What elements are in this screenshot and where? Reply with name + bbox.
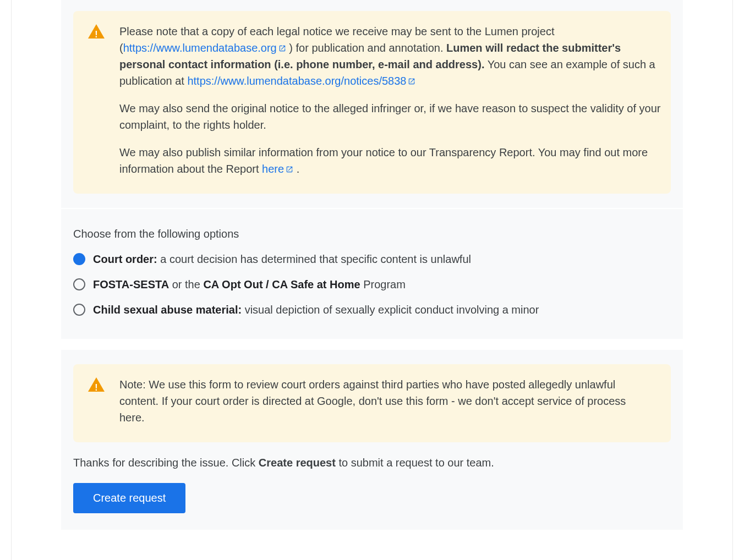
radio-icon [73,304,85,316]
warning-icon [88,377,105,392]
lumen-p3-prefix: We may also publish similar information … [119,146,648,175]
lumen-notice-content: Please note that a copy of each legal no… [119,23,671,177]
section-spacer [61,339,683,350]
court-order-notice-text: Note: We use this form to review court o… [119,376,654,426]
external-link-icon [278,40,286,48]
radio-mid: or the [169,278,203,290]
lumen-p3-suffix: . [293,163,299,175]
radio-option-fosta-sesta[interactable]: FOSTA-SESTA or the CA Opt Out / CA Safe … [73,272,671,297]
submit-instruction: Thanks for describing the issue. Click C… [73,454,671,471]
radio-option-csam[interactable]: Child sexual abuse material: visual depi… [73,297,671,322]
external-link-icon [408,73,415,81]
submit-section: Note: We use this form to review court o… [61,350,683,530]
fosta-sesta-link[interactable]: FOSTA-SESTA [93,278,169,290]
ca-safe-at-home-link[interactable]: CA Safe at Home [272,278,360,290]
lumen-example-link[interactable]: https://www.lumendatabase.org/notices/58… [187,75,415,87]
radio-bold2: CA Opt Out / [203,278,272,290]
lumen-link[interactable]: https://www.lumendatabase.org [123,42,286,54]
external-link-icon [286,161,293,169]
court-order-notice-box: Note: We use this form to review court o… [73,364,671,442]
create-request-button[interactable]: Create request [73,483,185,513]
lumen-p2: We may also send the original notice to … [119,100,668,133]
radio-bold: Court order: [93,253,157,265]
warning-icon [88,24,105,39]
lumen-notice-box: Please note that a copy of each legal no… [73,11,671,194]
radio-icon [73,278,85,290]
options-section: Choose from the following options Court … [61,208,683,339]
radio-rest: visual depiction of sexually explicit co… [242,304,539,316]
radio-option-court-order[interactable]: Court order: a court decision has determ… [73,246,671,272]
radio-icon-selected [73,253,85,265]
radio-bold: Child sexual abuse material: [93,304,242,316]
radio-rest: Program [360,278,406,290]
options-prompt: Choose from the following options [73,226,671,242]
transparency-here-link[interactable]: here [262,163,293,175]
lumen-notice-section: Please note that a copy of each legal no… [61,0,683,208]
radio-rest: a court decision has determined that spe… [157,253,471,265]
lumen-p1-after-link: ) for publication and annotation. [286,42,446,54]
